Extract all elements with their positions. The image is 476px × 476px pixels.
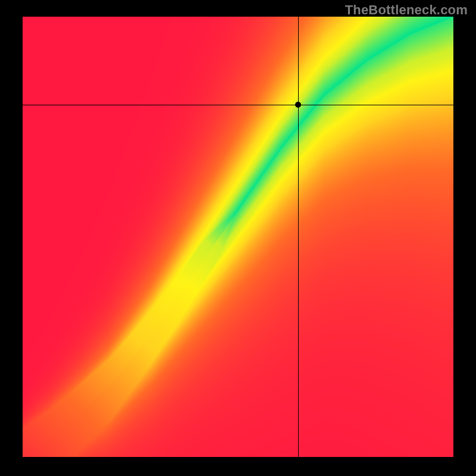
watermark-text: TheBottleneck.com bbox=[345, 2, 468, 18]
marker-point bbox=[295, 102, 301, 108]
heatmap-canvas bbox=[23, 17, 453, 457]
crosshair-horizontal bbox=[23, 105, 453, 105]
chart-frame: TheBottleneck.com bbox=[0, 0, 476, 476]
heatmap-plot bbox=[23, 17, 453, 457]
crosshair-vertical bbox=[298, 17, 299, 457]
